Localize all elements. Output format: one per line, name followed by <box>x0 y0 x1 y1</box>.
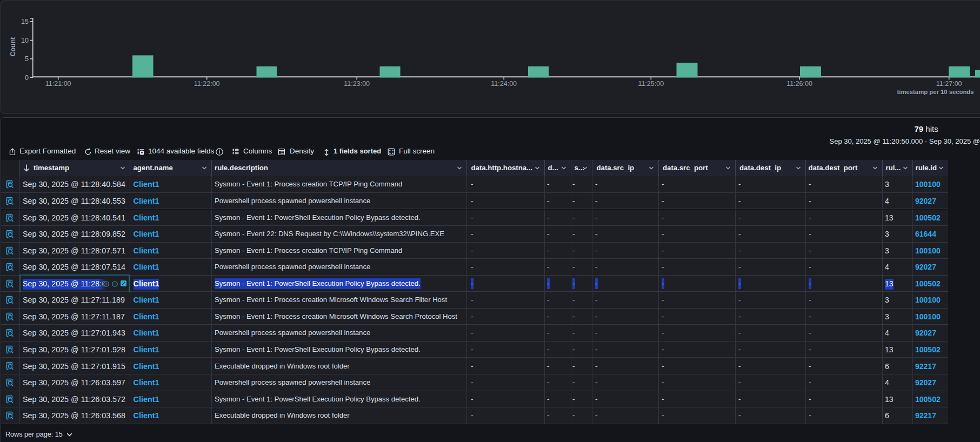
svg-text:11:21:00: 11:21:00 <box>45 80 71 88</box>
svg-text:15: 15 <box>21 18 29 25</box>
svg-text:11:24:00: 11:24:00 <box>491 80 517 88</box>
svg-text:5: 5 <box>25 55 29 63</box>
svg-text:10: 10 <box>21 37 29 44</box>
svg-text:11:23:00: 11:23:00 <box>344 80 370 88</box>
svg-text:0: 0 <box>25 74 29 82</box>
svg-text:11:26:00: 11:26:00 <box>786 80 812 88</box>
svg-text:11:27:00: 11:27:00 <box>936 80 962 88</box>
svg-text:Count: Count <box>9 37 17 57</box>
svg-text:11:25:00: 11:25:00 <box>638 80 664 88</box>
svg-text:timestamp per 10 seconds: timestamp per 10 seconds <box>897 89 974 95</box>
svg-text:11:22:00: 11:22:00 <box>194 80 220 88</box>
